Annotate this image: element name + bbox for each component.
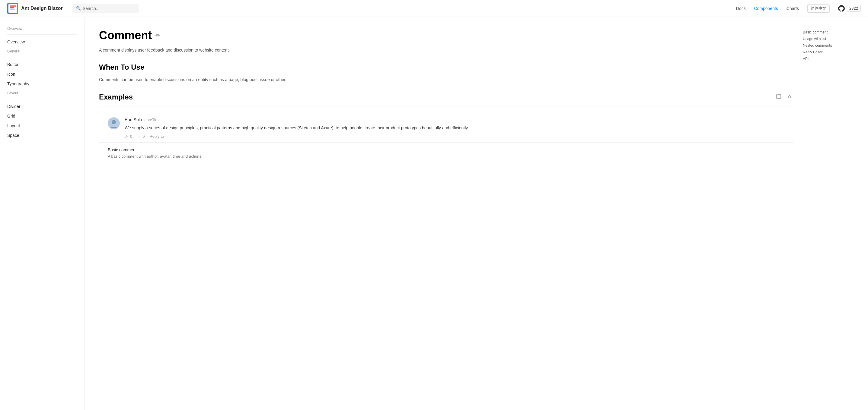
debug-button[interactable] [786, 93, 793, 101]
comment-item: Han Solo dateTime We supply a series of … [108, 114, 784, 142]
examples-title: Examples [99, 93, 133, 101]
dislike-button[interactable]: 0 [137, 134, 145, 139]
when-to-use-title: When To Use [99, 63, 793, 71]
edit-icon[interactable]: ✏ [155, 32, 160, 39]
sidebar-item-typography[interactable]: Typography [0, 79, 84, 89]
reply-button[interactable]: Reply to [149, 134, 164, 139]
svg-point-4 [788, 96, 791, 98]
search-bar[interactable]: 🔍 [72, 4, 139, 13]
svg-point-6 [112, 120, 116, 124]
sidebar-divider-2 [7, 57, 77, 57]
comment-text: We supply a series of design principles,… [125, 125, 784, 131]
github-area[interactable]: 2822 [838, 5, 861, 12]
example-label-section: Basic comment A basic comment with autho… [99, 142, 793, 159]
sidebar-item-icon[interactable]: Icon [0, 69, 84, 79]
basic-comment-label: Basic comment [108, 147, 784, 152]
right-toc: Basic comment Usage with list Nested com… [803, 24, 863, 67]
expand-button[interactable] [775, 93, 782, 101]
sidebar-item-button[interactable]: Button [0, 60, 84, 69]
sidebar-divider-1 [7, 34, 77, 35]
expand-icon [776, 94, 781, 99]
logo-area[interactable]: Ant Design Blazor [7, 3, 63, 14]
examples-header: Examples [99, 93, 793, 101]
header: Ant Design Blazor 🔍 Docs Components Char… [0, 0, 868, 17]
lang-button[interactable]: 简体中文 [807, 4, 830, 13]
dislike-count: 0 [143, 134, 145, 139]
comment-author: Han Solo [125, 117, 142, 122]
avatar-image [108, 117, 120, 129]
comment-actions: 0 0 Reply to [125, 134, 784, 139]
page-title: Comment ✏ [99, 29, 793, 42]
sidebar-section-general: General [0, 47, 84, 55]
logo-icon [7, 3, 18, 14]
toc-reply-editor[interactable]: Reply Editor [803, 49, 863, 56]
thumbdown-icon [137, 134, 141, 139]
debug-icon [787, 94, 792, 99]
nav-docs[interactable]: Docs [736, 6, 746, 11]
like-count: 0 [130, 134, 132, 139]
search-icon: 🔍 [76, 6, 81, 10]
github-count[interactable]: 2822 [846, 5, 861, 12]
sidebar-section-layout: Layout [0, 89, 84, 97]
toc-api[interactable]: API [803, 56, 863, 62]
avatar [108, 117, 120, 129]
svg-rect-3 [777, 94, 781, 99]
comment-meta: Han Solo dateTime [125, 117, 784, 122]
comment-time: dateTime [145, 117, 161, 122]
logo-title: Ant Design Blazor [21, 6, 63, 11]
nav-charts[interactable]: Charts [786, 6, 799, 11]
sidebar-item-divider[interactable]: Divider [0, 102, 84, 111]
nav-components[interactable]: Components [754, 6, 778, 11]
sidebar-item-layout[interactable]: Layout [0, 121, 84, 131]
when-to-use-desc: Comments can be used to enable discussio… [99, 76, 793, 83]
page-description: A comment displays user feedback and dis… [99, 47, 793, 54]
sidebar-item-overview[interactable]: Overview [0, 37, 84, 47]
toc-basic-comment[interactable]: Basic comment [803, 29, 863, 36]
sidebar: Overview Overview General Button Icon Ty… [0, 17, 85, 178]
comment-card: Han Solo dateTime We supply a series of … [99, 106, 793, 166]
page-layout: Overview Overview General Button Icon Ty… [0, 17, 868, 178]
sidebar-divider-3 [7, 99, 77, 99]
search-input[interactable] [83, 6, 135, 11]
main-content: Comment ✏ A comment displays user feedba… [85, 17, 808, 178]
basic-comment-desc: A basic comment with author, avatar, tim… [108, 154, 784, 159]
like-button[interactable]: 0 [125, 134, 132, 139]
page-title-text: Comment [99, 29, 152, 42]
thumbup-icon [125, 134, 129, 139]
examples-icons [775, 93, 793, 101]
github-icon [838, 5, 845, 12]
sidebar-section-overview: Overview [0, 24, 84, 32]
toc-nested-comments[interactable]: Nested comments [803, 42, 863, 49]
sidebar-item-grid[interactable]: Grid [0, 111, 84, 121]
comment-body: Han Solo dateTime We supply a series of … [125, 117, 784, 139]
toc-usage-with-list[interactable]: Usage with list [803, 36, 863, 42]
header-nav: Docs Components Charts 简体中文 2822 [736, 4, 861, 13]
sidebar-item-space[interactable]: Space [0, 131, 84, 140]
